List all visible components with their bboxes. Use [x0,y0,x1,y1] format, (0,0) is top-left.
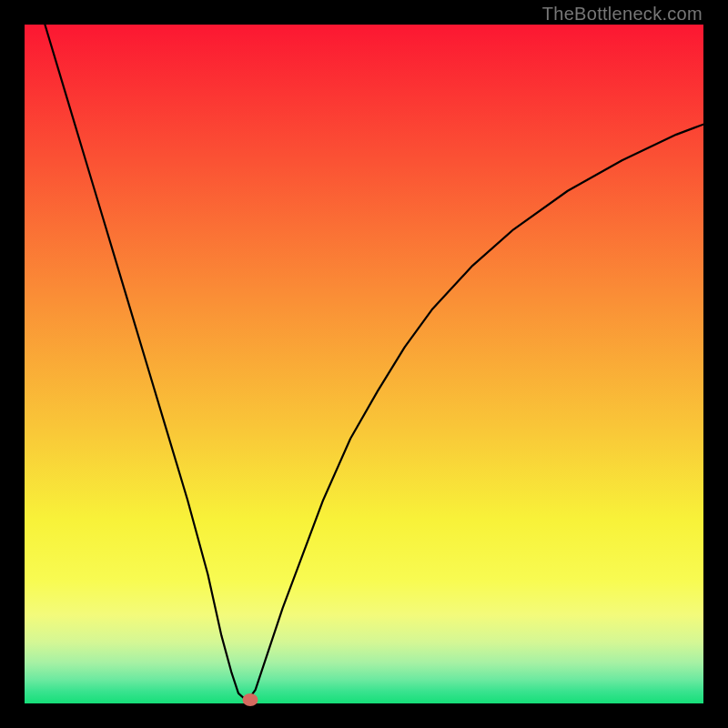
chart-background [25,25,703,703]
chart-svg [25,25,703,703]
chart-plot-area [25,25,703,703]
watermark-text: TheBottleneck.com [542,4,703,25]
chart-marker [242,693,258,706]
